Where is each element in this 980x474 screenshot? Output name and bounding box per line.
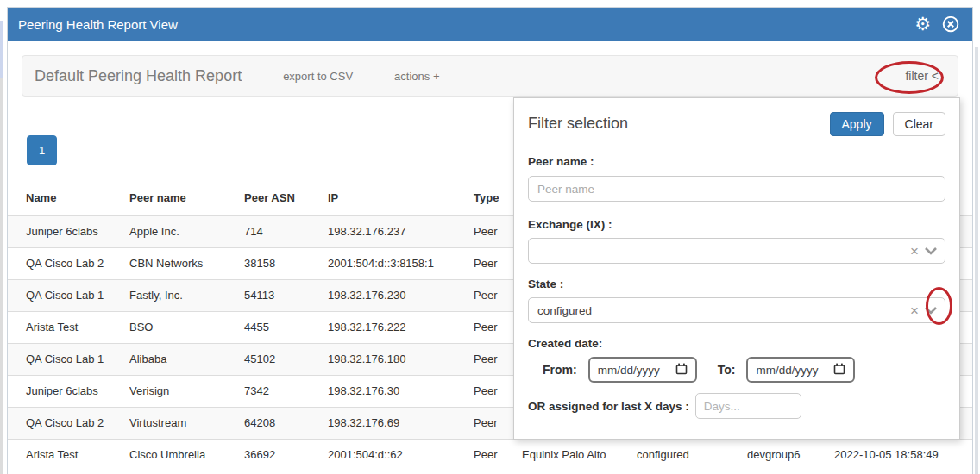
state-select-value: configured	[537, 304, 592, 317]
close-circle-icon[interactable]	[941, 15, 960, 34]
from-label: From:	[543, 363, 577, 377]
table-cell: Arista Test	[8, 312, 122, 344]
to-date-input[interactable]: mm/dd/yyyy	[746, 357, 855, 383]
created-date-label: Created date:	[528, 337, 945, 350]
report-toolbar: Default Peering Health Report export to …	[22, 55, 958, 97]
table-cell: Virtustream	[122, 408, 237, 440]
table-cell: Cisco Umbrella	[122, 440, 237, 471]
exchange-label: Exchange (IX) :	[528, 218, 945, 231]
table-cell: Peer	[467, 312, 515, 344]
window-edge-artifact	[0, 21, 3, 78]
window-edge-artifact	[975, 47, 978, 474]
clear-selection-icon[interactable]: ×	[910, 303, 919, 318]
titlebar: Peering Health Report View ⚙	[8, 8, 972, 41]
apply-button[interactable]: Apply	[830, 112, 884, 136]
table-cell: QA Cisco Lab 1	[8, 344, 122, 376]
column-header: Type	[467, 183, 515, 215]
table-cell: 2001:504:d::62	[321, 440, 467, 471]
filter-toggle-link[interactable]: filter <	[905, 69, 939, 83]
chevron-down-icon[interactable]	[924, 246, 938, 255]
or-days-label: OR assigned for last X days :	[528, 400, 689, 413]
table-cell: 64208	[237, 408, 321, 440]
peer-name-input[interactable]	[528, 176, 945, 202]
table-cell: Fastly, Inc.	[122, 280, 237, 312]
table-cell: Peer	[467, 440, 515, 471]
table-cell: QA Cisco Lab 1	[8, 280, 122, 312]
calendar-icon[interactable]	[833, 363, 845, 377]
table-cell: Peer	[467, 344, 515, 376]
state-select[interactable]: configured ×	[528, 297, 945, 323]
column-header: Peer name	[122, 183, 237, 215]
table-cell: 198.32.176.180	[321, 344, 467, 376]
table-cell: Peer	[467, 376, 515, 408]
export-csv-link[interactable]: export to CSV	[283, 70, 353, 83]
days-input[interactable]	[695, 393, 801, 419]
table-cell: 198.32.176.69	[321, 408, 467, 440]
chevron-down-icon[interactable]	[924, 306, 938, 315]
table-cell: 198.32.176.230	[321, 280, 467, 312]
table-cell: 198.32.176.30	[321, 376, 467, 408]
page-1-button[interactable]: 1	[27, 135, 57, 165]
table-cell: Equinix Palo Alto	[515, 440, 630, 471]
table-cell: 198.32.176.237	[321, 215, 467, 248]
filter-panel-title: Filter selection	[528, 115, 628, 133]
table-cell: 714	[237, 215, 321, 248]
peer-name-label: Peer name :	[528, 155, 945, 168]
table-cell: devgroup6	[740, 440, 827, 471]
table-cell: Apple Inc.	[122, 215, 237, 248]
table-cell: Peer	[467, 248, 515, 280]
table-cell: Alibaba	[122, 344, 237, 376]
table-cell: 2001:504:d::3:8158:1	[321, 248, 467, 280]
gear-icon[interactable]: ⚙	[914, 16, 931, 34]
table-cell: Peer	[467, 408, 515, 440]
calendar-icon[interactable]	[675, 363, 688, 377]
table-cell: CBN Networks	[122, 248, 237, 280]
page-title: Peering Health Report View	[18, 17, 178, 32]
clear-button[interactable]: Clear	[893, 112, 945, 136]
column-header: IP	[321, 183, 467, 215]
state-label: State :	[528, 278, 945, 290]
table-cell: 38158	[237, 248, 321, 280]
table-cell: Verisign	[122, 376, 237, 408]
from-date-input[interactable]: mm/dd/yyyy	[588, 357, 697, 383]
table-cell: 198.32.176.222	[321, 312, 467, 344]
table-cell: QA Cisco Lab 2	[8, 408, 122, 440]
window-edge-artifact	[0, 78, 3, 474]
table-cell: 4455	[237, 312, 321, 344]
column-header: Peer ASN	[237, 183, 321, 215]
table-cell: Peer	[467, 215, 515, 248]
table-row: Arista TestCisco Umbrella366922001:504:d…	[8, 440, 972, 471]
table-cell: configured	[630, 440, 740, 471]
table-cell: Peer	[467, 280, 515, 312]
report-title: Default Peering Health Report	[35, 67, 242, 85]
table-cell: Juniper 6clabs	[8, 215, 122, 248]
exchange-select[interactable]: ×	[528, 238, 945, 264]
filter-panel: Filter selection Apply Clear Peer name :…	[513, 97, 960, 440]
table-cell: QA Cisco Lab 2	[8, 248, 122, 280]
table-cell: 7342	[237, 376, 321, 408]
table-cell: Arista Test	[8, 440, 122, 471]
column-header: Name	[8, 183, 122, 215]
table-cell: 2022-10-05 18:58:49	[827, 440, 972, 471]
table-cell: BSO	[122, 312, 237, 344]
table-cell: 36692	[237, 440, 321, 471]
clear-selection-icon[interactable]: ×	[910, 244, 919, 259]
table-cell: Juniper 6clabs	[8, 376, 122, 408]
table-cell: 45102	[237, 344, 321, 376]
actions-menu-link[interactable]: actions +	[394, 70, 439, 83]
table-cell: 54113	[237, 280, 321, 312]
to-label: To:	[718, 363, 736, 377]
